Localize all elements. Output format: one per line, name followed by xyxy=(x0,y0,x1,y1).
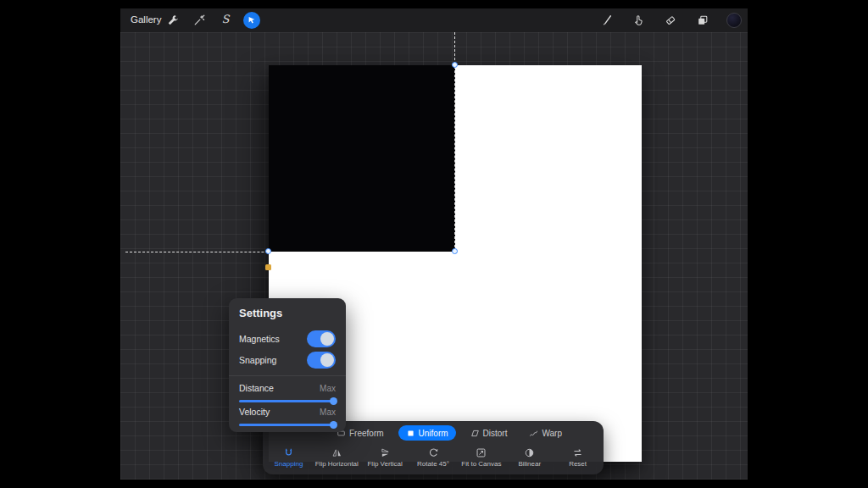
color-swatch[interactable] xyxy=(726,13,742,28)
smudge-finger-icon[interactable] xyxy=(632,14,644,26)
transform-handle-bottom-left[interactable] xyxy=(265,248,271,254)
snapping-label: Snapping xyxy=(239,355,276,365)
action-label: Flip Vertical xyxy=(367,460,402,468)
actions-wrench-icon[interactable] xyxy=(167,14,179,26)
velocity-row: Velocity Max xyxy=(239,405,336,419)
flip-vertical-button[interactable]: Flip Vertical xyxy=(361,442,409,473)
divider xyxy=(229,375,346,376)
rotate-45-button[interactable]: Rotate 45° xyxy=(409,442,458,473)
selection-tool-icon[interactable]: S xyxy=(220,13,231,26)
mode-label: Uniform xyxy=(419,429,448,438)
distance-label: Distance xyxy=(239,383,274,393)
transform-handle-bottom-right[interactable] xyxy=(452,248,458,254)
settings-title: Settings xyxy=(239,307,336,319)
toggle-knob xyxy=(320,332,334,346)
snapping-guide-horizontal xyxy=(125,252,455,252)
magnetics-toggle[interactable] xyxy=(307,330,336,347)
velocity-slider[interactable] xyxy=(239,424,336,426)
action-label: Flip Horizontal xyxy=(315,460,359,468)
settings-popup: Settings Magnetics Snapping Distance Max… xyxy=(229,298,346,432)
mode-label: Warp xyxy=(542,429,562,438)
flip-horizontal-button[interactable]: Flip Horizontal xyxy=(313,442,361,473)
procreate-screen: Gallery S xyxy=(0,0,868,488)
velocity-label: Velocity xyxy=(239,407,270,417)
mode-label: Distort xyxy=(483,429,508,438)
action-label: Rotate 45° xyxy=(417,460,449,468)
transform-tool-button-active[interactable] xyxy=(243,12,260,29)
fit-to-canvas-button[interactable]: Fit to Canvas xyxy=(457,442,505,473)
transform-handle-top-right[interactable] xyxy=(452,62,458,68)
velocity-value: Max xyxy=(320,408,336,417)
reset-button[interactable]: Reset xyxy=(554,442,602,473)
snapping-toggle[interactable] xyxy=(307,352,336,369)
rotation-handle[interactable] xyxy=(265,264,271,270)
mode-distort[interactable]: Distort xyxy=(463,425,515,441)
brush-icon[interactable] xyxy=(601,14,613,26)
transform-selection-content[interactable] xyxy=(269,65,455,252)
action-label: Bilinear xyxy=(518,460,541,468)
gallery-button[interactable]: Gallery xyxy=(131,14,161,25)
canvas-workspace[interactable] xyxy=(120,32,748,480)
distance-slider[interactable] xyxy=(239,400,336,402)
distance-value: Max xyxy=(320,384,336,393)
transform-actions: Snapping Flip Horizontal Flip Vertical R… xyxy=(264,442,602,473)
slider-knob[interactable] xyxy=(330,397,337,405)
magnetics-label: Magnetics xyxy=(239,334,280,344)
mode-uniform-active[interactable]: Uniform xyxy=(398,425,456,441)
toggle-knob xyxy=(320,353,334,367)
action-label: Fit to Canvas xyxy=(461,460,501,468)
magnetics-row: Magnetics xyxy=(239,328,336,349)
layers-icon[interactable] xyxy=(697,14,709,26)
mode-label: Freeform xyxy=(349,429,384,438)
mode-warp[interactable]: Warp xyxy=(521,425,570,441)
action-label: Snapping xyxy=(275,460,303,468)
top-toolbar: Gallery S xyxy=(120,8,748,32)
bilinear-button[interactable]: Bilinear xyxy=(505,442,554,473)
snapping-button[interactable]: Snapping xyxy=(264,442,313,473)
transform-mode-segments: Freeform Uniform Distort Warp xyxy=(329,425,570,441)
distance-row: Distance Max xyxy=(239,381,336,395)
snapping-row: Snapping xyxy=(239,349,336,370)
adjustments-wand-icon[interactable] xyxy=(193,14,205,26)
eraser-icon[interactable] xyxy=(665,14,676,26)
slider-knob[interactable] xyxy=(330,421,337,429)
action-label: Reset xyxy=(569,460,587,468)
app-frame: Gallery S xyxy=(120,8,748,480)
